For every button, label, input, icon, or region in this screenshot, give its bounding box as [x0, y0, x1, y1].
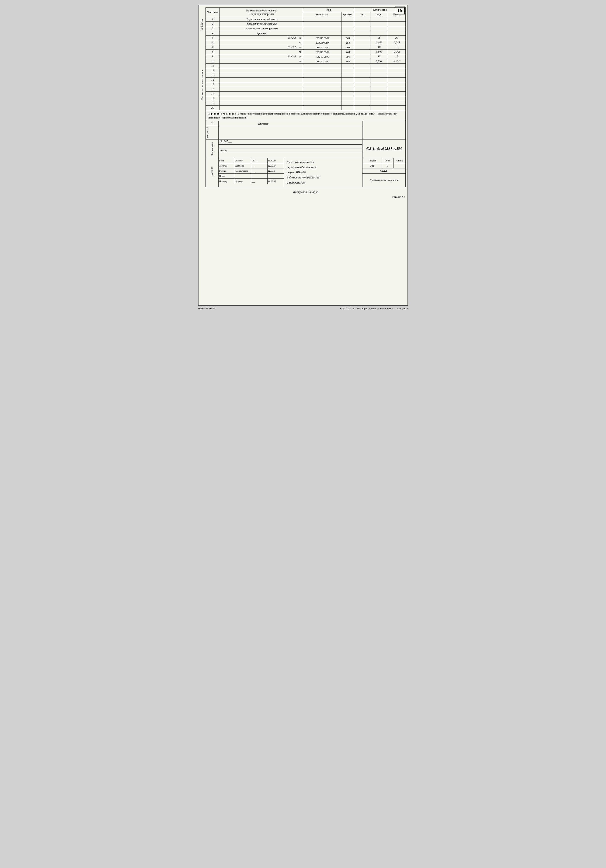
- row-tip: [354, 59, 370, 64]
- row-material: 138500 0000: [303, 54, 341, 59]
- inv-blank-row: [219, 145, 362, 149]
- stamp-left-col: № Взам. инв. №: [206, 121, 219, 139]
- table-row: 17: [206, 91, 406, 96]
- title-row-gip: ГИП Лизина Лш___ 11.12.87: [219, 158, 284, 163]
- sign-razrab: ___: [251, 169, 268, 173]
- role-razrab: Разраб.: [219, 169, 235, 173]
- row-material: 138500.0000: [303, 45, 341, 50]
- row-num: 5: [206, 36, 220, 40]
- primechanie-section: П р и м е ч а н и е В графе "тип" указан…: [206, 110, 406, 121]
- inv-no-row: Инв. №: [219, 149, 362, 153]
- table-row: 2 проводная обыкновенная: [206, 22, 406, 26]
- title-text-area: Блок-бокс насоса для перекачки обводненн…: [284, 158, 362, 187]
- org-val: СПКБ: [363, 169, 405, 174]
- col-header-ed: ед. изм.: [341, 12, 354, 17]
- stamp-area: № Взам. инв. № Привязан: [206, 121, 406, 140]
- format-line: Формат А4: [206, 195, 406, 198]
- title-right-area: Стадия Лист Листов РП 1 СПКБ Проектнефте…: [362, 158, 405, 187]
- sign-prav: [251, 174, 268, 178]
- row-num: 6: [206, 40, 220, 45]
- inv-left: Подпись и дата: [206, 140, 219, 158]
- row-tip: [354, 26, 370, 31]
- row-ed: [341, 17, 354, 22]
- row-tip: [354, 54, 370, 59]
- row-name: с полностью сплющенным: [220, 26, 303, 31]
- inv-doc-number: 402–11–0140.22.87–А.ВМ: [362, 140, 405, 158]
- materials-table: № строки Наименование материала и единиц…: [206, 8, 406, 110]
- row-num: 3: [206, 26, 220, 31]
- col-header-num: № строки: [206, 8, 220, 17]
- role-nkontr: Н.контр.: [219, 179, 235, 184]
- list-label: Лист: [382, 158, 394, 163]
- row-tip: [354, 50, 370, 54]
- main-content: № строки Наименование материала и единиц…: [206, 8, 406, 198]
- org-full: Проектнефтегазспецмонтаж: [363, 174, 405, 187]
- role-zavotd: Зав.отд.: [219, 163, 235, 168]
- table-row: 1 Труба стальная водогазо-: [206, 17, 406, 22]
- listov-val: [394, 163, 405, 168]
- sidebar-tipovoe: Типовое проектное решение: [199, 52, 205, 117]
- podpis-label: Подпись и дата: [206, 140, 219, 158]
- row-name: т: [220, 59, 303, 64]
- sign-zavotd: ___: [251, 163, 268, 168]
- row-vsego: 0,057: [388, 59, 406, 64]
- stamp-no-label: №: [206, 121, 219, 125]
- row-name: т: [220, 50, 303, 54]
- empty-row: [219, 126, 362, 134]
- row-material: 1385000000: [303, 40, 341, 45]
- title-row-prav: Прав.: [219, 174, 284, 179]
- page-footer: ЦИТП 54 50193 ГОСТ 21.109—80. Форма 1, с…: [198, 307, 408, 310]
- table-row: 9 40×3,5 м 138500 0000 006 15 15: [206, 54, 406, 59]
- row-ed: 006: [341, 54, 354, 59]
- row-num: 1: [206, 17, 220, 22]
- row-name: т: [220, 40, 303, 45]
- gost-label: ГОСТ 21.109—80. Форма 1, со штампом прив…: [340, 307, 408, 310]
- header-row-1: № строки Наименование материала и единиц…: [206, 8, 406, 12]
- format-label: Формат А4: [392, 195, 405, 198]
- table-row: 15: [206, 82, 406, 87]
- date-razrab: 11.05.87: [268, 169, 284, 173]
- stadia-val: РП: [363, 163, 382, 168]
- row-name: 20×2,8 м: [220, 36, 303, 40]
- page-number: 18: [395, 6, 405, 14]
- row-num: 2: [206, 22, 220, 26]
- row-name: гратом: [220, 31, 303, 36]
- table-row: 6 т 1385000000 168 0,043 0,043: [206, 40, 406, 45]
- inv-no1: №пп 116 23: [211, 167, 213, 178]
- title-row-nkontr: Н.контр. Ильина ___ 11.05.87: [219, 179, 284, 184]
- row-vsego: 0.043: [388, 50, 406, 54]
- role-gip: ГИП: [219, 158, 235, 163]
- table-row: 20: [206, 106, 406, 110]
- row-name: Труба стальная водогазо-: [220, 17, 303, 22]
- row-ed: 006: [341, 36, 354, 40]
- row-vsego: 18: [388, 45, 406, 50]
- table-row: 10 т 138500 0000 168 0,057 0,057: [206, 59, 406, 64]
- row-ed: 168: [341, 50, 354, 54]
- role-prav: Прав.: [219, 174, 235, 178]
- row-vsego: 26: [388, 36, 406, 40]
- row-name: проводная обыкновенная: [220, 22, 303, 26]
- date-zavotd: 11.05.87: [268, 163, 284, 168]
- col-header-kod: Код: [303, 8, 354, 12]
- date-nkontr: 11.05.87: [268, 179, 284, 184]
- row-vsego: [388, 31, 406, 36]
- name-prav: [235, 174, 251, 178]
- row-ind: 0,043: [370, 50, 388, 54]
- row-num: 7: [206, 45, 220, 50]
- row-ed: 006: [341, 45, 354, 50]
- name-gip: Лизина: [235, 158, 251, 163]
- table-row: 4 гратом: [206, 31, 406, 36]
- col-header-material: материала: [303, 12, 341, 17]
- row-tip: [354, 22, 370, 26]
- row-ind: 0,057: [370, 59, 388, 64]
- inv-sign-row: 18.12.87 ___: [219, 140, 362, 145]
- title-block: №пп 116 23 ГИП Лизина Лш___ 11.12.87 Зав…: [206, 158, 406, 187]
- roles-area: ГИП Лизина Лш___ 11.12.87 Зав.отд. Натун…: [219, 158, 284, 187]
- col-header-tip: тип: [354, 12, 370, 17]
- row-num: 8: [206, 50, 220, 54]
- stadia-val-row: РП 1: [363, 163, 405, 169]
- date-prav: [268, 174, 284, 178]
- row-ed: 168: [341, 59, 354, 64]
- title-row-razrab: Разраб. Сучарникова ___ 11.05.87: [219, 169, 284, 174]
- table-row: 16: [206, 87, 406, 91]
